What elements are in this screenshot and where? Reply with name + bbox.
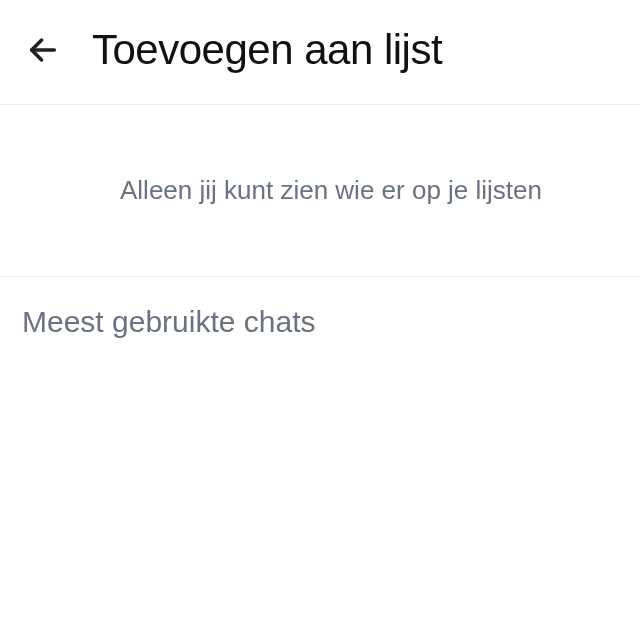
section-title: Meest gebruikte chats	[22, 305, 618, 339]
section-header: Meest gebruikte chats	[0, 277, 640, 367]
arrow-left-icon	[26, 33, 60, 67]
info-text: Alleen jij kunt zien wie er op je lijste…	[120, 175, 640, 206]
app-header: Toevoegen aan lijst	[0, 0, 640, 105]
back-button[interactable]	[22, 29, 64, 71]
page-title: Toevoegen aan lijst	[92, 26, 442, 74]
info-block: Alleen jij kunt zien wie er op je lijste…	[0, 105, 640, 277]
